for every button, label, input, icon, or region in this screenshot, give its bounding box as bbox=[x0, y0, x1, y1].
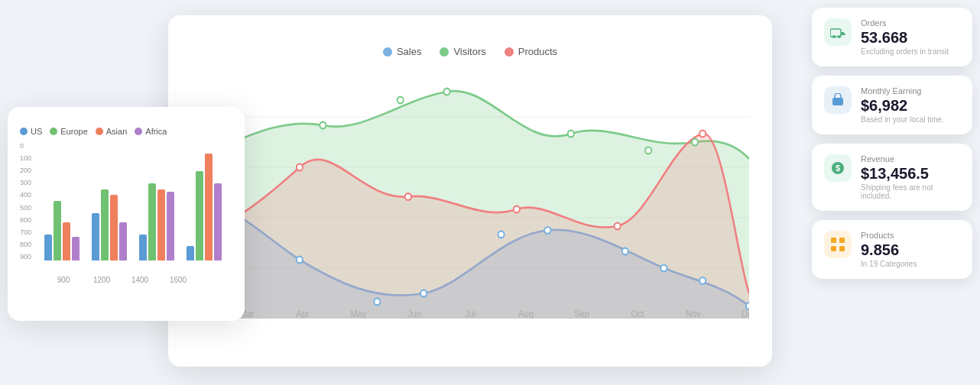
svg-point-18 bbox=[568, 131, 574, 138]
stat-card-revenue: $ Revenue $13,456.5 Shipping fees are no… bbox=[812, 144, 972, 211]
svg-text:$: $ bbox=[836, 163, 840, 173]
bar-legend-asian: Asian bbox=[96, 127, 128, 136]
svg-point-19 bbox=[645, 147, 651, 154]
stat-sub-orders: Excluding orders in transit bbox=[861, 47, 949, 56]
line-chart-svg: Feb Mar Apr May Jun Jul Aug Sep Oct Nov … bbox=[191, 66, 749, 319]
stat-icon-orders bbox=[824, 18, 852, 46]
x-axis-bar-label: 1600 bbox=[159, 276, 197, 284]
svg-point-8 bbox=[420, 290, 427, 297]
stat-value-revenue: $13,456.5 bbox=[861, 165, 960, 182]
svg-point-38 bbox=[832, 35, 836, 38]
bar bbox=[110, 195, 118, 260]
stat-card-products: Products 9.856 In 19 Categories bbox=[812, 220, 972, 279]
stat-value-monthly-earning: $6,982 bbox=[861, 97, 944, 114]
svg-text:Dec: Dec bbox=[741, 308, 749, 319]
stat-sub-monthly-earning: Based in your local time. bbox=[861, 115, 944, 124]
bars-container bbox=[44, 142, 229, 260]
svg-point-20 bbox=[692, 139, 698, 146]
bar-group bbox=[92, 189, 127, 260]
bar-legend-us: US bbox=[20, 127, 42, 136]
svg-rect-43 bbox=[831, 238, 836, 243]
legend-item-sales: Sales bbox=[383, 46, 422, 57]
legend-item-visitors: Visitors bbox=[440, 46, 485, 57]
stat-info-monthly-earning: Monthly Earning $6,982 Based in your loc… bbox=[861, 86, 944, 124]
svg-rect-46 bbox=[839, 246, 845, 251]
legend-item-products: Products bbox=[505, 46, 557, 57]
bar-legend-africa: Africa bbox=[135, 127, 167, 136]
stat-icon-revenue: $ bbox=[824, 154, 852, 182]
y-axis-label: 0 bbox=[20, 142, 31, 150]
svg-point-6 bbox=[297, 257, 303, 264]
svg-point-17 bbox=[444, 89, 450, 95]
bar bbox=[44, 235, 52, 260]
svg-text:May: May bbox=[350, 308, 366, 319]
bar-chart: 9008007006005004003002001000 bbox=[20, 142, 232, 276]
svg-point-13 bbox=[699, 277, 706, 284]
svg-point-39 bbox=[838, 35, 841, 38]
x-axis-bar-label: 1400 bbox=[121, 276, 159, 284]
svg-rect-45 bbox=[831, 246, 836, 251]
bar bbox=[119, 222, 127, 260]
svg-text:Jul: Jul bbox=[465, 308, 475, 319]
svg-point-12 bbox=[660, 265, 667, 272]
stat-icon-monthly-earning bbox=[824, 86, 852, 114]
chart-legend: SalesVisitorsProducts bbox=[191, 46, 749, 57]
y-axis-label: 800 bbox=[20, 241, 31, 248]
bar bbox=[92, 213, 99, 260]
svg-point-10 bbox=[544, 227, 550, 234]
svg-point-7 bbox=[374, 299, 380, 306]
svg-text:Oct: Oct bbox=[631, 308, 644, 319]
bar bbox=[148, 183, 156, 260]
chart-area: Feb Mar Apr May Jun Jul Aug Sep Oct Nov … bbox=[191, 66, 749, 319]
svg-point-11 bbox=[622, 248, 628, 255]
revenue-base-card: USEuropeAsianAfrica 90080070060050040030… bbox=[8, 107, 245, 321]
svg-point-15 bbox=[320, 122, 326, 129]
stat-label-revenue: Revenue bbox=[861, 154, 960, 163]
x-axis-bar-label: 900 bbox=[44, 276, 83, 284]
svg-text:Sep: Sep bbox=[574, 308, 589, 319]
stat-value-orders: 53.668 bbox=[861, 29, 949, 46]
bar bbox=[205, 154, 213, 260]
sale-stats-card: SalesVisitorsProducts bbox=[168, 15, 772, 367]
svg-rect-40 bbox=[832, 98, 843, 105]
y-axis-label: 200 bbox=[20, 167, 31, 174]
bar bbox=[196, 171, 203, 260]
svg-text:Aug: Aug bbox=[518, 308, 534, 319]
y-axis: 9008007006005004003002001000 bbox=[20, 142, 31, 260]
stat-card-monthly-earning: Monthly Earning $6,982 Based in your loc… bbox=[812, 76, 972, 134]
bar bbox=[63, 222, 70, 260]
bar bbox=[187, 246, 194, 260]
stat-label-orders: Orders bbox=[861, 18, 949, 28]
stat-card-orders: Orders 53.668 Excluding orders in transi… bbox=[812, 8, 972, 66]
svg-text:Jun: Jun bbox=[407, 308, 421, 319]
stat-info-products: Products 9.856 In 19 Categories bbox=[861, 231, 917, 268]
y-axis-label: 500 bbox=[20, 204, 31, 212]
bar bbox=[157, 189, 165, 260]
svg-point-21 bbox=[297, 164, 303, 171]
svg-point-23 bbox=[514, 206, 520, 213]
x-axis-bar-label: 1200 bbox=[83, 276, 121, 284]
stat-sub-revenue: Shipping fees are not included. bbox=[861, 183, 960, 200]
y-axis-label: 400 bbox=[20, 191, 31, 199]
bar-group bbox=[139, 183, 174, 260]
y-axis-label: 700 bbox=[20, 228, 31, 236]
svg-text:Nov: Nov bbox=[686, 308, 701, 319]
bar bbox=[101, 189, 109, 260]
bar bbox=[139, 235, 147, 260]
svg-point-16 bbox=[398, 97, 404, 104]
stat-info-revenue: Revenue $13,456.5 Shipping fees are not … bbox=[861, 154, 960, 200]
y-axis-label: 600 bbox=[20, 216, 31, 224]
bar bbox=[54, 201, 61, 260]
bar-legend-europe: Europe bbox=[50, 127, 87, 136]
svg-point-9 bbox=[498, 231, 505, 238]
svg-rect-44 bbox=[839, 238, 845, 243]
x-axis-labels: 900120014001600 bbox=[20, 276, 232, 284]
stat-value-products: 9.856 bbox=[861, 241, 917, 258]
bar bbox=[72, 237, 80, 260]
bar-group bbox=[44, 201, 80, 260]
stat-label-products: Products bbox=[861, 231, 917, 240]
y-axis-label: 900 bbox=[20, 253, 31, 260]
bar-group bbox=[187, 154, 222, 260]
bar bbox=[167, 192, 174, 260]
svg-point-25 bbox=[699, 131, 706, 138]
